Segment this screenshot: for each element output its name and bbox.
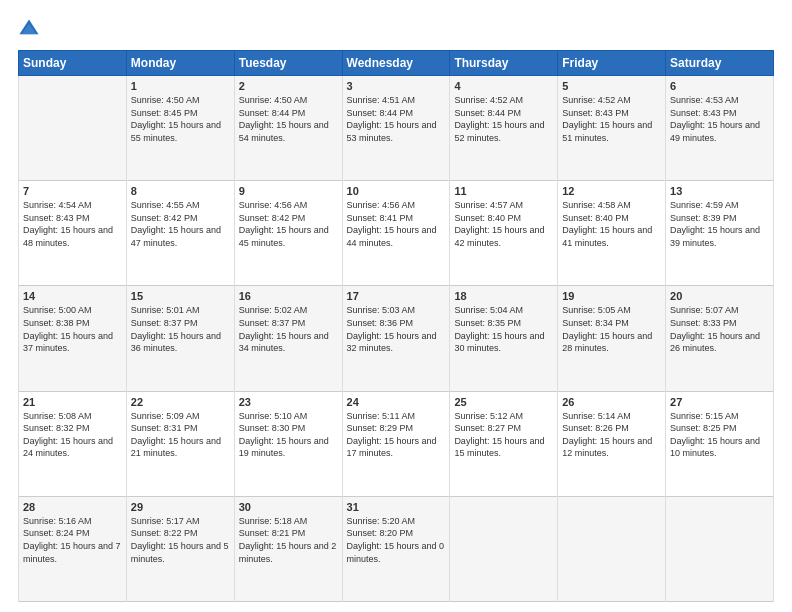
weekday-header-tuesday: Tuesday	[234, 51, 342, 76]
calendar-cell: 3Sunrise: 4:51 AMSunset: 8:44 PMDaylight…	[342, 76, 450, 181]
calendar-cell: 20Sunrise: 5:07 AMSunset: 8:33 PMDayligh…	[666, 286, 774, 391]
day-number: 29	[131, 501, 230, 513]
cell-text: Sunrise: 4:53 AMSunset: 8:43 PMDaylight:…	[670, 95, 760, 143]
cell-text: Sunrise: 4:52 AMSunset: 8:44 PMDaylight:…	[454, 95, 544, 143]
weekday-header-friday: Friday	[558, 51, 666, 76]
day-number: 9	[239, 185, 338, 197]
day-number: 16	[239, 290, 338, 302]
calendar-cell: 24Sunrise: 5:11 AMSunset: 8:29 PMDayligh…	[342, 391, 450, 496]
day-number: 18	[454, 290, 553, 302]
cell-text: Sunrise: 5:11 AMSunset: 8:29 PMDaylight:…	[347, 411, 437, 459]
week-row-0: 1Sunrise: 4:50 AMSunset: 8:45 PMDaylight…	[19, 76, 774, 181]
day-number: 11	[454, 185, 553, 197]
day-number: 17	[347, 290, 446, 302]
weekday-header-saturday: Saturday	[666, 51, 774, 76]
cell-text: Sunrise: 4:50 AMSunset: 8:45 PMDaylight:…	[131, 95, 221, 143]
weekday-header-thursday: Thursday	[450, 51, 558, 76]
cell-text: Sunrise: 5:00 AMSunset: 8:38 PMDaylight:…	[23, 305, 113, 353]
day-number: 5	[562, 80, 661, 92]
cell-text: Sunrise: 5:18 AMSunset: 8:21 PMDaylight:…	[239, 516, 337, 564]
calendar-cell: 7Sunrise: 4:54 AMSunset: 8:43 PMDaylight…	[19, 181, 127, 286]
day-number: 22	[131, 396, 230, 408]
day-number: 28	[23, 501, 122, 513]
cell-text: Sunrise: 4:52 AMSunset: 8:43 PMDaylight:…	[562, 95, 652, 143]
day-number: 12	[562, 185, 661, 197]
calendar-cell: 6Sunrise: 4:53 AMSunset: 8:43 PMDaylight…	[666, 76, 774, 181]
calendar-cell: 4Sunrise: 4:52 AMSunset: 8:44 PMDaylight…	[450, 76, 558, 181]
week-row-1: 7Sunrise: 4:54 AMSunset: 8:43 PMDaylight…	[19, 181, 774, 286]
page: SundayMondayTuesdayWednesdayThursdayFrid…	[0, 0, 792, 612]
weekday-header-wednesday: Wednesday	[342, 51, 450, 76]
week-row-3: 21Sunrise: 5:08 AMSunset: 8:32 PMDayligh…	[19, 391, 774, 496]
day-number: 1	[131, 80, 230, 92]
calendar-cell: 11Sunrise: 4:57 AMSunset: 8:40 PMDayligh…	[450, 181, 558, 286]
calendar-cell	[558, 496, 666, 601]
cell-text: Sunrise: 5:14 AMSunset: 8:26 PMDaylight:…	[562, 411, 652, 459]
cell-text: Sunrise: 5:16 AMSunset: 8:24 PMDaylight:…	[23, 516, 121, 564]
weekday-header-sunday: Sunday	[19, 51, 127, 76]
day-number: 3	[347, 80, 446, 92]
calendar-cell: 1Sunrise: 4:50 AMSunset: 8:45 PMDaylight…	[126, 76, 234, 181]
day-number: 19	[562, 290, 661, 302]
week-row-2: 14Sunrise: 5:00 AMSunset: 8:38 PMDayligh…	[19, 286, 774, 391]
day-number: 31	[347, 501, 446, 513]
day-number: 15	[131, 290, 230, 302]
cell-text: Sunrise: 4:59 AMSunset: 8:39 PMDaylight:…	[670, 200, 760, 248]
day-number: 30	[239, 501, 338, 513]
day-number: 24	[347, 396, 446, 408]
day-number: 13	[670, 185, 769, 197]
cell-text: Sunrise: 5:02 AMSunset: 8:37 PMDaylight:…	[239, 305, 329, 353]
day-number: 10	[347, 185, 446, 197]
cell-text: Sunrise: 5:10 AMSunset: 8:30 PMDaylight:…	[239, 411, 329, 459]
cell-text: Sunrise: 5:12 AMSunset: 8:27 PMDaylight:…	[454, 411, 544, 459]
calendar-cell: 22Sunrise: 5:09 AMSunset: 8:31 PMDayligh…	[126, 391, 234, 496]
calendar-cell	[450, 496, 558, 601]
day-number: 26	[562, 396, 661, 408]
day-number: 20	[670, 290, 769, 302]
logo	[18, 18, 44, 40]
cell-text: Sunrise: 5:20 AMSunset: 8:20 PMDaylight:…	[347, 516, 445, 564]
calendar-cell: 2Sunrise: 4:50 AMSunset: 8:44 PMDaylight…	[234, 76, 342, 181]
day-number: 27	[670, 396, 769, 408]
day-number: 14	[23, 290, 122, 302]
calendar-cell: 10Sunrise: 4:56 AMSunset: 8:41 PMDayligh…	[342, 181, 450, 286]
cell-text: Sunrise: 4:56 AMSunset: 8:41 PMDaylight:…	[347, 200, 437, 248]
cell-text: Sunrise: 5:17 AMSunset: 8:22 PMDaylight:…	[131, 516, 229, 564]
calendar-cell: 28Sunrise: 5:16 AMSunset: 8:24 PMDayligh…	[19, 496, 127, 601]
calendar-cell: 25Sunrise: 5:12 AMSunset: 8:27 PMDayligh…	[450, 391, 558, 496]
logo-icon	[18, 18, 40, 40]
day-number: 25	[454, 396, 553, 408]
calendar-cell: 30Sunrise: 5:18 AMSunset: 8:21 PMDayligh…	[234, 496, 342, 601]
calendar-cell: 27Sunrise: 5:15 AMSunset: 8:25 PMDayligh…	[666, 391, 774, 496]
cell-text: Sunrise: 5:09 AMSunset: 8:31 PMDaylight:…	[131, 411, 221, 459]
day-number: 23	[239, 396, 338, 408]
calendar-cell: 16Sunrise: 5:02 AMSunset: 8:37 PMDayligh…	[234, 286, 342, 391]
calendar-cell: 29Sunrise: 5:17 AMSunset: 8:22 PMDayligh…	[126, 496, 234, 601]
calendar-cell: 31Sunrise: 5:20 AMSunset: 8:20 PMDayligh…	[342, 496, 450, 601]
cell-text: Sunrise: 4:57 AMSunset: 8:40 PMDaylight:…	[454, 200, 544, 248]
cell-text: Sunrise: 4:54 AMSunset: 8:43 PMDaylight:…	[23, 200, 113, 248]
day-number: 21	[23, 396, 122, 408]
cell-text: Sunrise: 4:56 AMSunset: 8:42 PMDaylight:…	[239, 200, 329, 248]
day-number: 4	[454, 80, 553, 92]
calendar-cell: 9Sunrise: 4:56 AMSunset: 8:42 PMDaylight…	[234, 181, 342, 286]
day-number: 2	[239, 80, 338, 92]
calendar-cell: 21Sunrise: 5:08 AMSunset: 8:32 PMDayligh…	[19, 391, 127, 496]
cell-text: Sunrise: 5:05 AMSunset: 8:34 PMDaylight:…	[562, 305, 652, 353]
cell-text: Sunrise: 4:51 AMSunset: 8:44 PMDaylight:…	[347, 95, 437, 143]
header	[18, 18, 774, 40]
calendar-cell: 26Sunrise: 5:14 AMSunset: 8:26 PMDayligh…	[558, 391, 666, 496]
cell-text: Sunrise: 5:01 AMSunset: 8:37 PMDaylight:…	[131, 305, 221, 353]
cell-text: Sunrise: 5:04 AMSunset: 8:35 PMDaylight:…	[454, 305, 544, 353]
calendar-cell: 17Sunrise: 5:03 AMSunset: 8:36 PMDayligh…	[342, 286, 450, 391]
calendar-cell: 5Sunrise: 4:52 AMSunset: 8:43 PMDaylight…	[558, 76, 666, 181]
calendar-cell	[19, 76, 127, 181]
cell-text: Sunrise: 5:03 AMSunset: 8:36 PMDaylight:…	[347, 305, 437, 353]
calendar-cell: 8Sunrise: 4:55 AMSunset: 8:42 PMDaylight…	[126, 181, 234, 286]
calendar-cell: 23Sunrise: 5:10 AMSunset: 8:30 PMDayligh…	[234, 391, 342, 496]
calendar-cell: 15Sunrise: 5:01 AMSunset: 8:37 PMDayligh…	[126, 286, 234, 391]
cell-text: Sunrise: 5:15 AMSunset: 8:25 PMDaylight:…	[670, 411, 760, 459]
calendar-cell: 19Sunrise: 5:05 AMSunset: 8:34 PMDayligh…	[558, 286, 666, 391]
cell-text: Sunrise: 4:58 AMSunset: 8:40 PMDaylight:…	[562, 200, 652, 248]
weekday-header-monday: Monday	[126, 51, 234, 76]
